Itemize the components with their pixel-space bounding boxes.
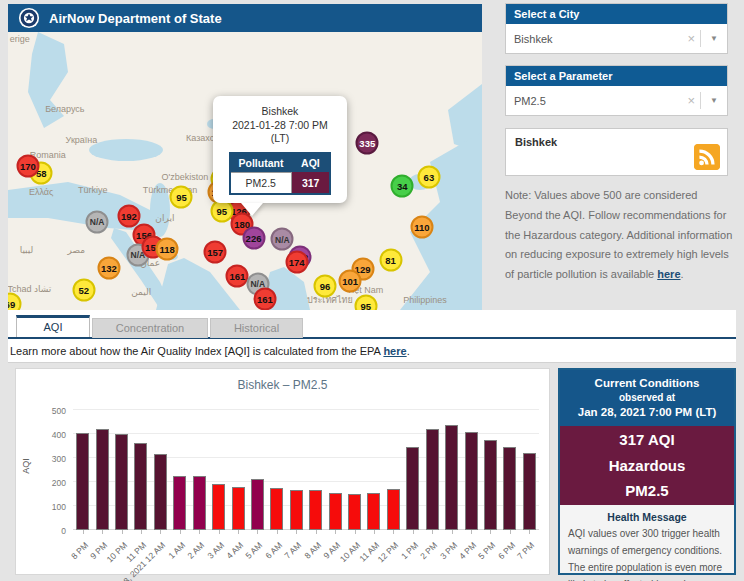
chart-bar: [115, 434, 128, 530]
popup-pollutant-header: Pollutant: [230, 153, 292, 173]
aqi-marker[interactable]: 118: [156, 238, 179, 261]
chart-bar: [387, 489, 400, 530]
cc-observed-time: Jan 28, 2021 7:00 PM (LT): [562, 404, 732, 421]
aqi-marker[interactable]: 335: [356, 132, 379, 155]
aqi-marker[interactable]: 174: [285, 250, 308, 273]
map-popup: Bishkek 2021-01-28 7:00 PM (LT) Pollutan…: [213, 96, 347, 203]
popup-city: Bishkek: [219, 105, 341, 119]
aqi-marker[interactable]: N/A: [271, 228, 294, 251]
chart-bar: [406, 447, 419, 530]
map-label: Türkiye: [78, 185, 108, 195]
aqi-marker[interactable]: 132: [97, 257, 120, 280]
chart-x-tick: [413, 530, 414, 534]
note-text: Note: Values above 500 are considered Be…: [505, 189, 732, 280]
chart-x-tick: [355, 530, 356, 534]
aqi-marker[interactable]: 63: [417, 165, 440, 188]
aqi-marker[interactable]: 95: [170, 185, 193, 208]
state-department-seal-icon: [18, 7, 40, 29]
parameter-select-value: PM2.5: [514, 95, 546, 107]
chart-gridline: [73, 409, 539, 410]
chart-bar: [484, 440, 497, 530]
city-clear-icon[interactable]: ×: [687, 31, 695, 46]
aqi-marker[interactable]: 101: [339, 269, 362, 292]
chart-x-tick: [510, 530, 511, 534]
chart-bar: [154, 454, 167, 530]
chart-bar: [309, 490, 322, 530]
rss-icon[interactable]: [694, 144, 720, 170]
learn-more-here-link[interactable]: here: [383, 345, 406, 357]
city-select[interactable]: Bishkek × ▼: [506, 24, 727, 53]
chart-bar: [290, 490, 303, 530]
aqi-marker[interactable]: 226: [242, 226, 265, 249]
chart-bar: [173, 476, 186, 530]
chart-x-tick: [374, 530, 375, 534]
city-dropdown-caret-icon[interactable]: ▼: [710, 34, 718, 43]
parameter-clear-icon[interactable]: ×: [687, 93, 695, 108]
note-here-link[interactable]: here: [657, 268, 680, 280]
map-label: Philippines: [403, 295, 447, 305]
tab-bar: AQIConcentrationHistorical: [16, 315, 303, 338]
learn-more-after: .: [407, 345, 410, 357]
chart-bar: [193, 476, 206, 530]
chart-bar: [426, 429, 439, 530]
map-label: Україна: [66, 135, 98, 145]
chart-y-axis-label: AQI: [21, 458, 31, 474]
aqi-marker[interactable]: 161: [253, 288, 276, 310]
chart-bar: [134, 443, 147, 530]
chart-bar: [367, 493, 380, 530]
chart-plot-area: 8 PM9 PM10 PM11 PM28, 2021 12 AM1 AM2 AM…: [73, 410, 539, 530]
chart-y-tick-label: 500: [34, 406, 66, 416]
aqi-marker[interactable]: 157: [204, 241, 227, 264]
aqi-marker[interactable]: 95: [210, 200, 233, 223]
aqi-marker[interactable]: 96: [314, 274, 337, 297]
chart-x-tick: [316, 530, 317, 534]
city-select-header: Select a City: [506, 4, 727, 24]
map-label: مصر: [67, 245, 85, 255]
map-label: اليمن: [131, 287, 151, 297]
current-conditions-header: Current Conditions observed at Jan 28, 2…: [560, 370, 734, 426]
tab-aqi[interactable]: AQI: [16, 315, 90, 337]
cc-aqi-block: 317 AQI Hazardous PM2.5: [560, 426, 734, 505]
chart-x-tick: [83, 530, 84, 534]
parameter-select[interactable]: PM2.5 × ▼: [506, 86, 727, 115]
chart-bar: [329, 493, 342, 530]
aqi-chart-panel: Bishkek – PM2.5 AQI 0100200300400500 8 P…: [15, 368, 550, 575]
chart-bar: [251, 479, 264, 530]
aqi-marker[interactable]: 81: [379, 249, 402, 272]
aqi-marker[interactable]: 170: [16, 154, 39, 177]
cc-health-message-text: AQI values over 300 trigger health warni…: [560, 525, 734, 581]
chart-x-tick: [219, 530, 220, 534]
chart-bar: [465, 432, 478, 530]
chart-x-tick: [490, 530, 491, 534]
chart-x-tick: [277, 530, 278, 534]
chart-x-tick: [471, 530, 472, 534]
cc-aqi-value: 317 AQI: [560, 427, 734, 453]
aqi-marker[interactable]: N/A: [86, 210, 109, 233]
chart-bar: [96, 429, 109, 530]
chart-x-tick: [335, 530, 336, 534]
parameter-select-box: Select a Parameter PM2.5 × ▼: [505, 65, 728, 116]
popup-pointer: [241, 203, 263, 216]
cc-aqi-pollutant: PM2.5: [560, 478, 734, 504]
popup-aqi-header: AQI: [291, 153, 330, 173]
aqi-marker[interactable]: 34: [391, 174, 414, 197]
tab-historical[interactable]: Historical: [210, 318, 303, 338]
chart-x-tick: [180, 530, 181, 534]
chart-bar: [523, 453, 536, 530]
aqi-marker[interactable]: 95: [354, 294, 377, 310]
tab-concentration[interactable]: Concentration: [92, 318, 208, 338]
chart-x-tick: [141, 530, 142, 534]
app-header: AirNow Department of State: [8, 4, 482, 32]
chart-y-tick-label: 0: [34, 526, 66, 536]
map-label: O'zbekiston: [161, 172, 208, 182]
chart-x-tick: [238, 530, 239, 534]
aqi-marker[interactable]: 110: [410, 215, 433, 238]
map-label: ايران: [155, 213, 174, 223]
chart-title: Bishkek – PM2.5: [16, 378, 549, 392]
parameter-dropdown-caret-icon[interactable]: ▼: [710, 96, 718, 105]
aqi-marker[interactable]: 192: [117, 205, 140, 228]
aqi-map[interactable]: erigeБеларусьУкраїнаRomaniaΕλλάςTürkiyeل…: [8, 32, 482, 310]
aqi-marker[interactable]: 52: [72, 278, 95, 301]
current-conditions-panel: Current Conditions observed at Jan 28, 2…: [558, 368, 736, 575]
app-title: AirNow Department of State: [49, 11, 222, 26]
